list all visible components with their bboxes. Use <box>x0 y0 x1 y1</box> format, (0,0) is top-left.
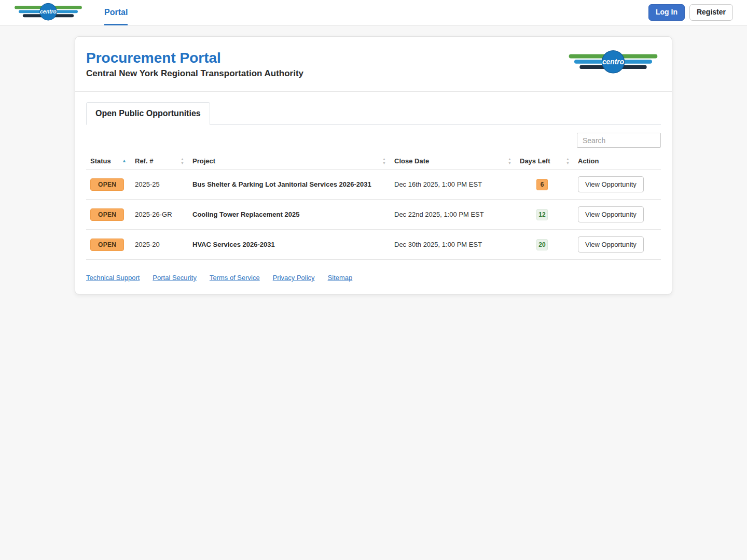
close-date: Dec 16th 2025, 1:00 PM EST <box>390 170 516 200</box>
table-row: OPEN 2025-26-GR Cooling Tower Replacemen… <box>86 200 661 230</box>
column-header-close-date[interactable]: Close Date ▲▼ <box>390 153 516 170</box>
sort-ascending-icon[interactable]: ▲ <box>122 159 127 163</box>
svg-text:centro: centro <box>40 9 57 15</box>
header-divider <box>75 91 672 92</box>
days-left-badge: 20 <box>536 239 548 250</box>
table-header-row: Status ▲ Ref. # ▲▼ Project <box>86 153 661 170</box>
link-privacy-policy[interactable]: Privacy Policy <box>273 274 315 282</box>
sort-icon[interactable]: ▲▼ <box>566 157 570 165</box>
centro-logo-icon-large: centro <box>565 50 661 76</box>
register-button[interactable]: Register <box>689 4 733 21</box>
search-row <box>86 133 661 148</box>
ref-number: 2025-25 <box>131 170 188 200</box>
column-label: Project <box>192 157 215 165</box>
nav-item-portal[interactable]: Portal <box>104 0 128 25</box>
column-label: Action <box>578 157 599 165</box>
sort-icon[interactable]: ▲▼ <box>508 157 511 165</box>
link-technical-support[interactable]: Technical Support <box>86 274 140 282</box>
column-label: Ref. # <box>135 157 153 165</box>
column-header-days-left[interactable]: Days Left ▲▼ <box>516 153 574 170</box>
tab-open-public-opportunities[interactable]: Open Public Opportunities <box>86 102 210 125</box>
page-subtitle: Central New York Regional Transportation… <box>86 68 303 79</box>
column-header-ref[interactable]: Ref. # ▲▼ <box>131 153 188 170</box>
column-header-status[interactable]: Status ▲ <box>86 153 131 170</box>
link-portal-security[interactable]: Portal Security <box>153 274 197 282</box>
login-button[interactable]: Log In <box>648 4 685 21</box>
sort-icon[interactable]: ▲▼ <box>181 157 184 165</box>
footer-links: Technical Support Portal Security Terms … <box>86 274 661 282</box>
page-title: Procurement Portal <box>86 50 303 66</box>
column-label: Days Left <box>520 157 550 165</box>
centro-logo-icon: centro <box>14 3 82 22</box>
table-row: OPEN 2025-20 HVAC Services 2026-2031 Dec… <box>86 230 661 260</box>
top-navbar: centro Portal Log In Register <box>0 0 747 25</box>
view-opportunity-button[interactable]: View Opportunity <box>578 176 644 192</box>
close-date: Dec 30th 2025, 1:00 PM EST <box>390 230 516 260</box>
column-label: Status <box>90 157 111 165</box>
days-left-badge: 12 <box>536 209 548 220</box>
ref-number: 2025-26-GR <box>131 200 188 230</box>
ref-number: 2025-20 <box>131 230 188 260</box>
project-name: Bus Shelter & Parking Lot Janitorial Ser… <box>188 170 390 200</box>
status-badge: OPEN <box>90 239 124 251</box>
opportunities-table: Status ▲ Ref. # ▲▼ Project <box>86 153 661 260</box>
tab-bar: Open Public Opportunities <box>86 102 661 125</box>
project-name: HVAC Services 2026-2031 <box>188 230 390 260</box>
status-badge: OPEN <box>90 178 124 191</box>
svg-text:centro: centro <box>602 58 624 66</box>
column-label: Close Date <box>394 157 429 165</box>
column-header-action: Action <box>574 153 661 170</box>
link-sitemap[interactable]: Sitemap <box>328 274 353 282</box>
centro-logo[interactable]: centro <box>14 3 82 22</box>
procurement-portal-card: Procurement Portal Central New York Regi… <box>75 36 672 295</box>
status-badge: OPEN <box>90 208 124 221</box>
title-block: Procurement Portal Central New York Regi… <box>86 50 303 79</box>
project-name: Cooling Tower Replacement 2025 <box>188 200 390 230</box>
days-left-badge: 6 <box>536 179 548 190</box>
table-row: OPEN 2025-25 Bus Shelter & Parking Lot J… <box>86 170 661 200</box>
view-opportunity-button[interactable]: View Opportunity <box>578 236 644 253</box>
link-terms-of-service[interactable]: Terms of Service <box>210 274 260 282</box>
sort-icon[interactable]: ▲▼ <box>382 157 386 165</box>
search-input[interactable] <box>577 133 661 148</box>
column-header-project[interactable]: Project ▲▼ <box>188 153 390 170</box>
view-opportunity-button[interactable]: View Opportunity <box>578 206 644 222</box>
close-date: Dec 22nd 2025, 1:00 PM EST <box>390 200 516 230</box>
card-header: Procurement Portal Central New York Regi… <box>86 50 661 91</box>
